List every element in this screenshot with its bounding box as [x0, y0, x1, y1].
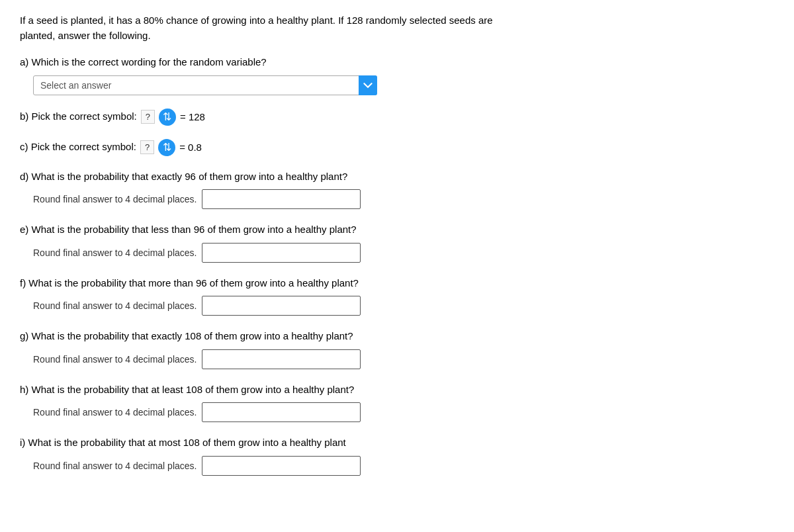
question-e-label: e) What is the probability that less tha… [20, 222, 516, 238]
question-i-label: i) What is the probability that at most … [20, 435, 516, 451]
question-d-round-label: Round final answer to 4 decimal places. [33, 194, 197, 204]
question-h-input[interactable] [202, 402, 361, 422]
question-g-round-label: Round final answer to 4 decimal places. [33, 354, 197, 365]
question-g-label: g) What is the probability that exactly … [20, 329, 516, 344]
question-g: g) What is the probability that exactly … [20, 329, 774, 369]
question-f-round-label: Round final answer to 4 decimal places. [33, 300, 197, 311]
question-b-value: = 128 [180, 111, 205, 122]
question-d-input[interactable] [202, 189, 361, 209]
question-i-input-row: Round final answer to 4 decimal places. [33, 456, 774, 476]
question-g-input[interactable] [202, 349, 361, 369]
question-e-input-row: Round final answer to 4 decimal places. [33, 243, 774, 263]
question-e-input[interactable] [202, 243, 361, 263]
select-answer-dropdown[interactable]: Select an answer [33, 75, 377, 95]
question-f: f) What is the probability that more tha… [20, 276, 774, 316]
question-b-mark: ? [141, 110, 155, 124]
question-e: e) What is the probability that less tha… [20, 222, 774, 263]
question-b-symbol-btn[interactable]: ⇅ [159, 109, 176, 126]
intro-line1: If a seed is planted, it has a 80% chanc… [20, 15, 493, 26]
question-b-label: b) Pick the correct symbol: [20, 109, 137, 124]
question-c: c) Pick the correct symbol: ? ⇅ = 0.8 [20, 139, 774, 156]
question-a-answer-row: Select an answer [33, 75, 774, 95]
question-h-input-row: Round final answer to 4 decimal places. [33, 402, 774, 422]
question-c-label: c) Pick the correct symbol: [20, 140, 136, 155]
question-a-label: a) Which is the correct wording for the … [20, 55, 516, 70]
question-c-mark: ? [140, 140, 154, 154]
question-i-round-label: Round final answer to 4 decimal places. [33, 461, 197, 471]
question-a: a) Which is the correct wording for the … [20, 55, 774, 95]
question-d: d) What is the probability that exactly … [20, 169, 774, 210]
question-i: i) What is the probability that at most … [20, 435, 774, 476]
question-h: h) What is the probability that at least… [20, 382, 774, 423]
question-b-row: b) Pick the correct symbol: ? ⇅ = 128 [20, 109, 774, 126]
question-f-input[interactable] [202, 296, 361, 316]
question-c-row: c) Pick the correct symbol: ? ⇅ = 0.8 [20, 139, 774, 156]
question-h-round-label: Round final answer to 4 decimal places. [33, 407, 197, 418]
intro-text: If a seed is planted, it has a 80% chanc… [20, 13, 516, 43]
intro-line2: planted, answer the following. [20, 30, 151, 41]
question-e-round-label: Round final answer to 4 decimal places. [33, 247, 197, 258]
question-h-label: h) What is the probability that at least… [20, 382, 516, 398]
question-g-input-row: Round final answer to 4 decimal places. [33, 349, 774, 369]
question-d-input-row: Round final answer to 4 decimal places. [33, 189, 774, 209]
question-i-input[interactable] [202, 456, 361, 476]
question-c-symbol-btn[interactable]: ⇅ [158, 139, 175, 156]
question-b: b) Pick the correct symbol: ? ⇅ = 128 [20, 109, 774, 126]
question-d-label: d) What is the probability that exactly … [20, 169, 516, 185]
question-f-input-row: Round final answer to 4 decimal places. [33, 296, 774, 316]
question-f-label: f) What is the probability that more tha… [20, 276, 516, 291]
select-answer-wrapper[interactable]: Select an answer [33, 75, 377, 95]
question-c-value: = 0.8 [179, 142, 202, 153]
